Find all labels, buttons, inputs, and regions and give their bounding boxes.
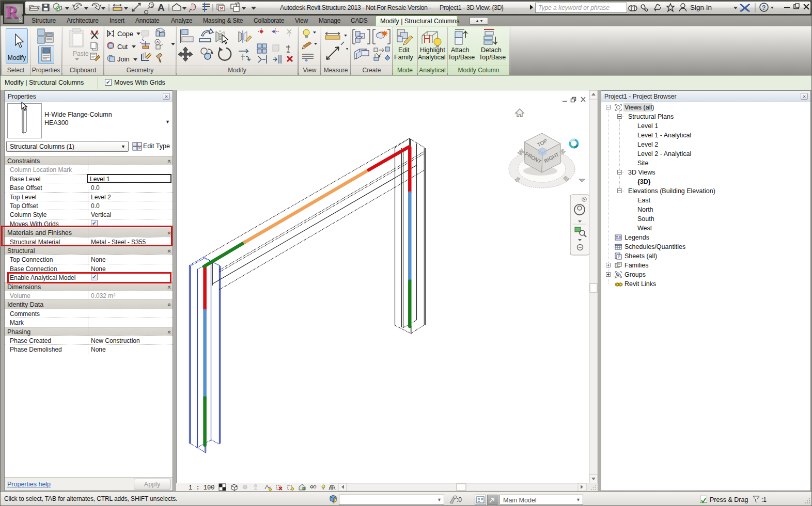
svg-text:Attach: Attach <box>451 46 469 54</box>
svg-text:Family: Family <box>394 54 414 61</box>
svg-text:Join: Join <box>117 55 130 63</box>
svg-text:Analytical: Analytical <box>418 54 446 61</box>
svg-text:A: A <box>158 2 165 13</box>
svg-text:Cope: Cope <box>117 30 133 38</box>
svg-text:Edit: Edit <box>398 46 410 54</box>
svg-text:?: ? <box>762 4 766 11</box>
svg-text:Paste: Paste <box>73 50 89 57</box>
svg-text:Top/Base: Top/Base <box>448 54 475 61</box>
svg-text:Cut: Cut <box>117 43 128 51</box>
svg-text:Highlight: Highlight <box>420 46 445 54</box>
svg-text:Detach: Detach <box>481 46 502 54</box>
svg-text:1: 1 <box>151 3 153 8</box>
svg-text:Top/Base: Top/Base <box>479 54 506 61</box>
svg-text:1 : 100: 1 : 100 <box>189 484 214 491</box>
svg-text:Sign In: Sign In <box>690 4 712 11</box>
